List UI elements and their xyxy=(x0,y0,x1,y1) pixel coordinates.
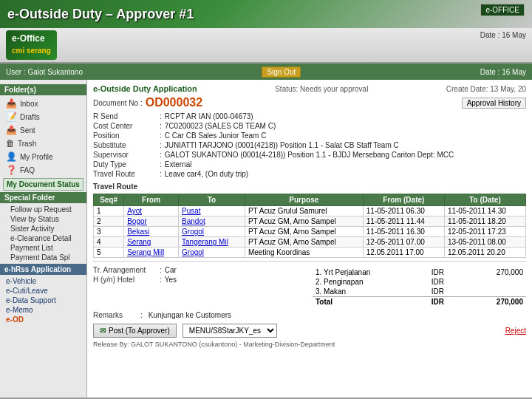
folders-label: Folder(s) xyxy=(0,84,86,95)
approval-history-button[interactable]: Approval History xyxy=(462,98,526,109)
main-layout: Folder(s) 📥 Inbox 📝 Drafts 📤 Sent 🗑 Tras… xyxy=(0,80,532,398)
col-purpose: Purpose xyxy=(245,194,363,206)
travel-route-section-title: Travel Route xyxy=(93,183,526,191)
sign-out-button[interactable]: Sign Out xyxy=(262,66,301,78)
header-bar: e-Outside Duty – Approver #1 e-OFFICE xyxy=(0,0,532,28)
field-rsend: R Send : RCPT AR IAN (000-04673) xyxy=(93,112,526,120)
sidebar-item-sister[interactable]: Sister Activity xyxy=(0,224,86,233)
header-logo: e-OFFICE xyxy=(480,4,525,16)
sub-header: e-Office cmi serang Date : 16 May xyxy=(0,28,532,64)
col-to-date: To (Date) xyxy=(444,194,525,206)
arrangement-section: Tr. Arrangement : Car H (y/n) Hotel : Ye… xyxy=(93,265,307,310)
sidebar-item-payment-data[interactable]: Payment Data Spl xyxy=(0,253,86,262)
col-to: To xyxy=(179,194,245,206)
sidebar-item-ecuti[interactable]: e-Cuti/Leave xyxy=(0,286,86,296)
my-doc-status[interactable]: My Document Status xyxy=(3,178,83,191)
field-substitute: Substitute : JUNIATTI TARJONO (0001(4218… xyxy=(93,141,526,149)
table-row: 4SerangTangerang MilPT Acuz GM, Arno Sam… xyxy=(94,237,526,248)
cost-row: 3. MakanIDR xyxy=(313,287,526,297)
field-supervisor: Supervisor : GALOT SUKANTONO (0001(4-218… xyxy=(93,151,526,159)
inbox-icon: 📥 xyxy=(6,98,17,109)
section-divider xyxy=(93,261,526,262)
sidebar-item-clearance[interactable]: e-Clearance Detail xyxy=(0,233,86,243)
sent-icon: 📤 xyxy=(6,125,17,135)
trash-icon: 🗑 xyxy=(6,138,15,149)
sidebar-item-trash[interactable]: 🗑 Trash xyxy=(0,137,86,150)
col-from-date: From (Date) xyxy=(363,194,444,206)
field-costcenter: Cost Center : 7C0200023 (SALES CB TEAM C… xyxy=(93,122,526,130)
action-bar: ✉ Post (To Approver) MENU/S8StarJKY_es R… xyxy=(93,324,526,338)
cost-section: 1. Yrt PerjalananIDR270,0002. Penginapan… xyxy=(313,265,526,310)
doc-number-row: Document No : OD000032 Approval History xyxy=(93,96,526,109)
doc-number-value: OD000032 xyxy=(146,96,202,109)
sidebar-item-payment-list[interactable]: Payment List xyxy=(0,243,86,253)
table-row: 5Serang MillGrogolMeeting Koordinas12.05… xyxy=(94,248,526,258)
arrangement-cost-row: Tr. Arrangement : Car H (y/n) Hotel : Ye… xyxy=(93,265,526,310)
page-title: e-Outside Duty – Approver #1 xyxy=(7,7,194,22)
content-area: e-Outside Duty Application Status: Needs… xyxy=(87,80,532,398)
sidebar-item-drafts[interactable]: 📝 Drafts xyxy=(0,110,86,123)
col-seq: Seq# xyxy=(94,194,124,206)
field-position: Position : C Car CB Sales Junior Team C xyxy=(93,132,526,140)
content-top-bar: e-Outside Duty Application Status: Needs… xyxy=(93,84,526,93)
sidebar-item-faq[interactable]: ❓ FAQ xyxy=(0,163,86,177)
approver-select[interactable]: MENU/S8StarJKY_es xyxy=(183,324,277,338)
sidebar-item-follow-up[interactable]: Follow up Request xyxy=(0,205,86,214)
travel-table: Seq# From To Purpose From (Date) To (Dat… xyxy=(93,194,526,258)
field-travelroute: Travel Route : Leave car4, (On duty trip… xyxy=(93,170,526,178)
sidebar-item-inbox[interactable]: 📥 Inbox xyxy=(0,97,86,110)
company-logo: e-Office cmi serang xyxy=(6,30,57,59)
header-date: Date : 16 May xyxy=(480,31,526,39)
doc-number-label: Document No : xyxy=(93,99,143,107)
table-row: 2BogorBandotPT Acuz GM, Arno Sampel11-05… xyxy=(94,216,526,227)
sidebar-item-eod[interactable]: e-OD xyxy=(0,315,86,324)
sidebar-item-evehicle[interactable]: e-Vehicle xyxy=(0,276,86,286)
special-folder-label: Special Folder xyxy=(0,192,86,203)
col-from: From xyxy=(124,194,179,206)
cost-row: 2. PenginapanIDR xyxy=(313,277,526,287)
field-dutytype: Duty Type : External xyxy=(93,160,526,168)
sidebar: Folder(s) 📥 Inbox 📝 Drafts 📤 Sent 🗑 Tras… xyxy=(0,80,87,398)
drafts-icon: 📝 xyxy=(6,112,17,122)
table-row: 3BekasiGrogolPT Acuz GM, Arno Sampel11-0… xyxy=(94,227,526,237)
remarks-row: Remarks : Kunjungan ke Customers xyxy=(93,311,526,319)
field-hotel: H (y/n) Hotel : Yes xyxy=(93,276,307,284)
profile-icon: 👤 xyxy=(6,151,17,162)
post-button[interactable]: ✉ Post (To Approver) xyxy=(93,324,177,338)
sidebar-item-view-status[interactable]: View by Status xyxy=(0,214,86,224)
posted-by: Release By: GALOT SUKANTONO (csukantono)… xyxy=(93,341,526,348)
reject-button[interactable]: Reject xyxy=(505,327,526,335)
faq-icon: ❓ xyxy=(6,165,17,175)
table-row: 1AyotPusatPT Acuz Grulul Samurel11-05-20… xyxy=(94,206,526,216)
sidebar-item-sent[interactable]: 📤 Sent xyxy=(0,123,86,137)
create-date: Create Date: 13 May, 20 xyxy=(446,85,526,93)
date-label: Date : 16 May xyxy=(480,68,526,76)
username-label: User : Galot Sukantono xyxy=(6,68,83,76)
cost-table: 1. Yrt PerjalananIDR270,0002. Penginapan… xyxy=(313,267,526,307)
post-icon: ✉ xyxy=(100,327,106,335)
sidebar-item-edata[interactable]: e-Data Support xyxy=(0,296,86,305)
app-section-label: e-hRss Application xyxy=(0,264,86,275)
field-transport: Tr. Arrangement : Car xyxy=(93,266,307,274)
sidebar-item-ememo[interactable]: e-Memo xyxy=(0,305,86,315)
content-title: e-Outside Duty Application xyxy=(93,84,197,93)
cost-row: 1. Yrt PerjalananIDR270,000 xyxy=(313,267,526,277)
user-bar: User : Galot Sukantono Sign Out Date : 1… xyxy=(0,64,532,80)
sidebar-item-profile[interactable]: 👤 My Profile xyxy=(0,150,86,163)
status-badge: Status: Needs your approval xyxy=(275,85,368,93)
cost-total-row: Total IDR 270,000 xyxy=(313,297,526,307)
